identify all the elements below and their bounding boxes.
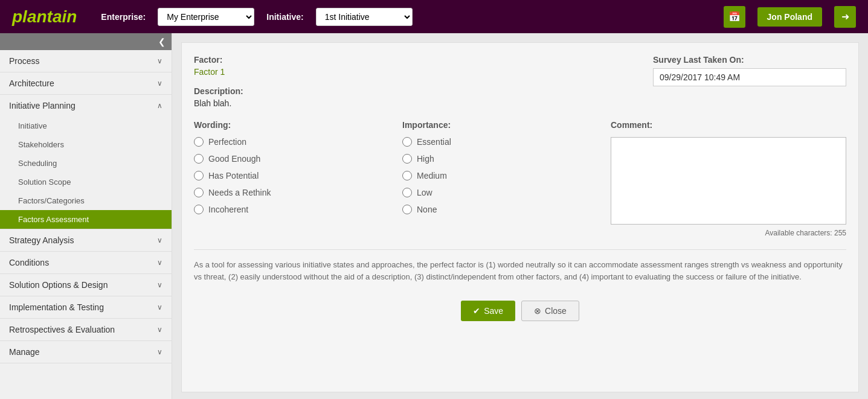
- chevron-up-icon: ∧: [157, 101, 162, 110]
- survey-section: Survey Last Taken On:: [653, 55, 846, 108]
- sidebar-item-label: Manage: [9, 347, 40, 357]
- sidebar-section-architecture: Architecture ∨: [0, 72, 172, 95]
- initiative-label: Initiative:: [266, 12, 303, 22]
- sidebar-item-label: Implementation & Testing: [9, 302, 104, 312]
- sidebar-item-process[interactable]: Process ∨: [0, 50, 172, 72]
- sidebar-section-manage: Manage ∨: [0, 341, 172, 363]
- wording-column: Wording: Perfection Good Enough Has Pote…: [194, 120, 390, 237]
- description-label: Description:: [194, 86, 653, 96]
- sidebar-section-implementation: Implementation & Testing ∨: [0, 296, 172, 319]
- sidebar-section-process: Process ∨: [0, 50, 172, 72]
- sidebar-item-retrospectives[interactable]: Retrospectives & Evaluation ∨: [0, 319, 172, 340]
- chevron-down-icon: ∨: [157, 303, 162, 311]
- radio-low-label: Low: [417, 188, 432, 197]
- radio-needs-rethink-input[interactable]: [194, 188, 204, 197]
- radio-high[interactable]: High: [402, 154, 599, 164]
- chevron-down-icon: ∨: [157, 325, 162, 334]
- description-value: Blah blah.: [194, 98, 653, 108]
- sidebar-item-label: Conditions: [9, 258, 49, 267]
- logout-button[interactable]: ➜: [834, 6, 856, 28]
- enterprise-select[interactable]: My Enterprise: [158, 8, 254, 26]
- close-label: Close: [545, 306, 567, 316]
- initiative-select[interactable]: 1st Initiative: [316, 8, 413, 26]
- sidebar-item-strategy-analysis[interactable]: Strategy Analysis ∨: [0, 229, 172, 251]
- radio-has-potential[interactable]: Has Potential: [194, 171, 390, 180]
- radio-essential[interactable]: Essential: [402, 137, 599, 147]
- radio-perfection-input[interactable]: [194, 137, 204, 147]
- chevron-down-icon: ∨: [157, 236, 162, 244]
- sidebar-section-conditions: Conditions ∨: [0, 252, 172, 274]
- importance-header: Importance:: [402, 120, 599, 130]
- radio-medium[interactable]: Medium: [402, 171, 599, 180]
- sidebar-item-initiative-planning[interactable]: Initiative Planning ∧: [0, 95, 172, 117]
- radio-none[interactable]: None: [402, 205, 599, 214]
- form-top: Factor: Factor 1 Description: Blah blah.…: [194, 55, 846, 108]
- radio-medium-input[interactable]: [402, 171, 412, 180]
- sidebar: ❮ Process ∨ Architecture ∨ Initiative Pl…: [0, 33, 172, 399]
- sidebar-section-retrospectives: Retrospectives & Evaluation ∨: [0, 319, 172, 341]
- button-row: ✔ Save ⊗ Close: [194, 295, 846, 327]
- chevron-down-icon: ∨: [157, 348, 162, 356]
- sidebar-item-solution-options[interactable]: Solution Options & Design ∨: [0, 274, 172, 296]
- sidebar-item-stakeholders[interactable]: Stakeholders: [0, 135, 172, 154]
- comment-textarea[interactable]: [611, 137, 846, 225]
- sidebar-item-label: Solution Options & Design: [9, 280, 108, 290]
- sidebar-toggle[interactable]: ❮: [0, 33, 172, 50]
- chevron-down-icon: ∨: [157, 258, 162, 267]
- wording-header: Wording:: [194, 120, 390, 130]
- sidebar-section-initiative-planning: Initiative Planning ∧ Initiative Stakeho…: [0, 95, 172, 229]
- radio-good-enough-input[interactable]: [194, 154, 204, 164]
- sidebar-item-implementation[interactable]: Implementation & Testing ∨: [0, 296, 172, 318]
- chevron-down-icon: ∨: [157, 79, 162, 88]
- enterprise-label: Enterprise:: [101, 12, 146, 22]
- sidebar-item-label: Process: [9, 56, 40, 66]
- radio-incoherent-input[interactable]: [194, 205, 204, 214]
- radio-high-input[interactable]: [402, 154, 412, 164]
- chevron-down-icon: ∨: [157, 281, 162, 289]
- radio-low-input[interactable]: [402, 188, 412, 197]
- radio-none-label: None: [417, 205, 437, 214]
- sidebar-item-initiative[interactable]: Initiative: [0, 117, 172, 135]
- info-text: As a tool for assessing various initiati…: [194, 249, 846, 282]
- sidebar-item-scheduling[interactable]: Scheduling: [0, 154, 172, 173]
- survey-input[interactable]: [653, 68, 846, 86]
- radio-good-enough-label: Good Enough: [208, 154, 260, 164]
- radio-needs-rethink[interactable]: Needs a Rethink: [194, 188, 390, 197]
- chevron-down-icon: ∨: [157, 57, 162, 65]
- radio-good-enough[interactable]: Good Enough: [194, 154, 390, 164]
- sidebar-item-solution-scope[interactable]: Solution Scope: [0, 173, 172, 191]
- radio-perfection-label: Perfection: [208, 137, 246, 147]
- logo: plantain: [12, 7, 77, 27]
- close-icon: ⊗: [534, 306, 541, 316]
- factor-section: Factor: Factor 1 Description: Blah blah.: [194, 55, 653, 108]
- radio-incoherent[interactable]: Incoherent: [194, 205, 390, 214]
- sidebar-item-label: Architecture: [9, 78, 54, 88]
- save-button[interactable]: ✔ Save: [461, 301, 515, 321]
- save-label: Save: [484, 306, 503, 316]
- sidebar-item-manage[interactable]: Manage ∨: [0, 341, 172, 363]
- survey-label: Survey Last Taken On:: [653, 55, 846, 65]
- sidebar-section-solution-options: Solution Options & Design ∨: [0, 274, 172, 296]
- radio-high-label: High: [417, 154, 434, 164]
- radio-low[interactable]: Low: [402, 188, 599, 197]
- factor-label: Factor:: [194, 55, 653, 65]
- sidebar-item-factors-categories[interactable]: Factors/Categories: [0, 191, 172, 210]
- radio-has-potential-input[interactable]: [194, 171, 204, 180]
- sidebar-item-label: Retrospectives & Evaluation: [9, 325, 115, 334]
- radio-perfection[interactable]: Perfection: [194, 137, 390, 147]
- calendar-icon: 📅: [728, 11, 741, 22]
- user-button[interactable]: Jon Poland: [757, 7, 822, 27]
- radio-medium-label: Medium: [417, 171, 447, 180]
- sidebar-item-factors-assessment[interactable]: Factors Assessment: [0, 210, 172, 229]
- factor-value: Factor 1: [194, 67, 653, 77]
- radio-none-input[interactable]: [402, 205, 412, 214]
- close-button[interactable]: ⊗ Close: [521, 301, 579, 321]
- radio-essential-label: Essential: [417, 137, 451, 147]
- radio-essential-input[interactable]: [402, 137, 412, 147]
- sidebar-item-conditions[interactable]: Conditions ∨: [0, 252, 172, 273]
- radio-incoherent-label: Incoherent: [208, 205, 248, 214]
- comment-header: Comment:: [611, 120, 846, 130]
- sidebar-item-architecture[interactable]: Architecture ∨: [0, 72, 172, 94]
- calendar-button[interactable]: 📅: [724, 6, 745, 28]
- sidebar-item-label: Strategy Analysis: [9, 235, 74, 245]
